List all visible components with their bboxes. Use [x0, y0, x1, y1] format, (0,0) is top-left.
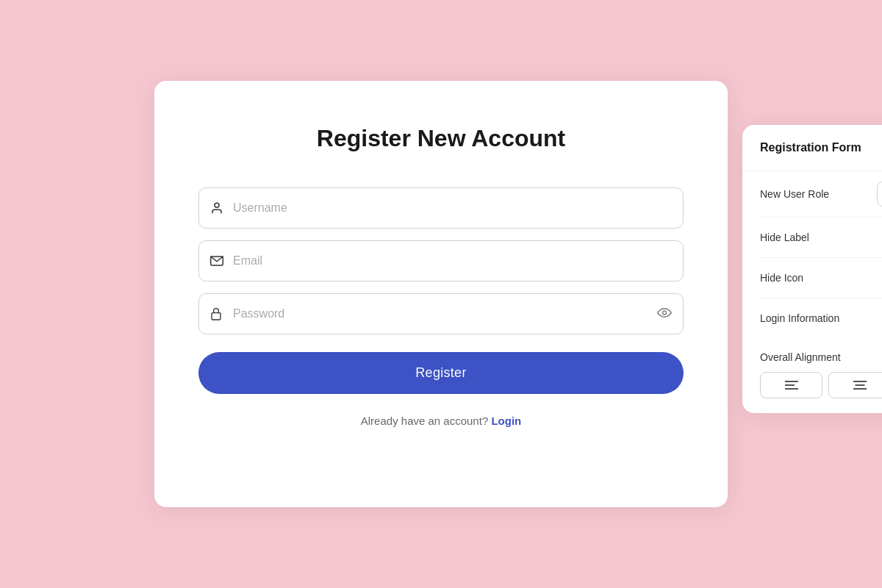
hide-icon-label: Hide Icon: [760, 272, 803, 284]
username-wrapper: [198, 187, 684, 229]
svg-point-3: [663, 311, 667, 315]
new-user-role-row: New User Role Default Subscriber Editor …: [760, 171, 882, 218]
hide-label-label: Hide Label: [760, 232, 809, 243]
svg-point-0: [215, 203, 219, 207]
main-wrapper: Register New Account: [154, 81, 728, 507]
email-input[interactable]: [198, 240, 684, 282]
hide-icon-row: Hide Icon: [760, 258, 882, 298]
hide-label-row: Hide Label: [760, 218, 882, 258]
panel-header-section: Registration Form ⌃: [742, 125, 882, 171]
password-wrapper: [198, 293, 684, 334]
alignment-section: Overall Alignment: [742, 338, 882, 413]
new-user-role-section: New User Role Default Subscriber Editor …: [742, 171, 882, 338]
login-link[interactable]: Login: [491, 415, 521, 427]
alignment-buttons: [760, 372, 882, 398]
new-user-role-dropdown-wrapper: Default Subscriber Editor Admin ⌄: [877, 182, 882, 207]
svg-rect-2: [212, 313, 220, 320]
login-prompt: Already have an account? Login: [361, 415, 521, 427]
username-input[interactable]: [198, 187, 684, 229]
new-user-role-select[interactable]: Default Subscriber Editor Admin: [877, 182, 882, 207]
user-icon: [210, 201, 223, 215]
password-input[interactable]: [198, 293, 684, 334]
email-wrapper: [198, 240, 684, 282]
new-user-role-label: New User Role: [760, 188, 829, 200]
eye-icon[interactable]: [657, 306, 672, 322]
align-center-button[interactable]: [828, 372, 882, 398]
align-left-button[interactable]: [760, 372, 822, 398]
overall-alignment-label: Overall Alignment: [760, 351, 882, 363]
panel-header: Registration Form ⌃: [760, 140, 882, 156]
settings-panel: Registration Form ⌃ New User Role Defaul…: [742, 125, 882, 413]
form-fields: Register: [198, 187, 684, 394]
login-information-row: Login Information: [760, 298, 882, 338]
email-icon: [210, 256, 223, 266]
login-information-label: Login Information: [760, 312, 839, 324]
already-account-text: Already have an account?: [361, 415, 488, 427]
lock-icon: [210, 307, 222, 320]
register-button[interactable]: Register: [198, 352, 684, 394]
align-center-icon: [853, 380, 867, 390]
form-title: Register New Account: [317, 125, 565, 152]
panel-title: Registration Form: [760, 141, 861, 154]
align-left-icon: [785, 380, 798, 390]
form-card: Register New Account: [154, 81, 728, 507]
